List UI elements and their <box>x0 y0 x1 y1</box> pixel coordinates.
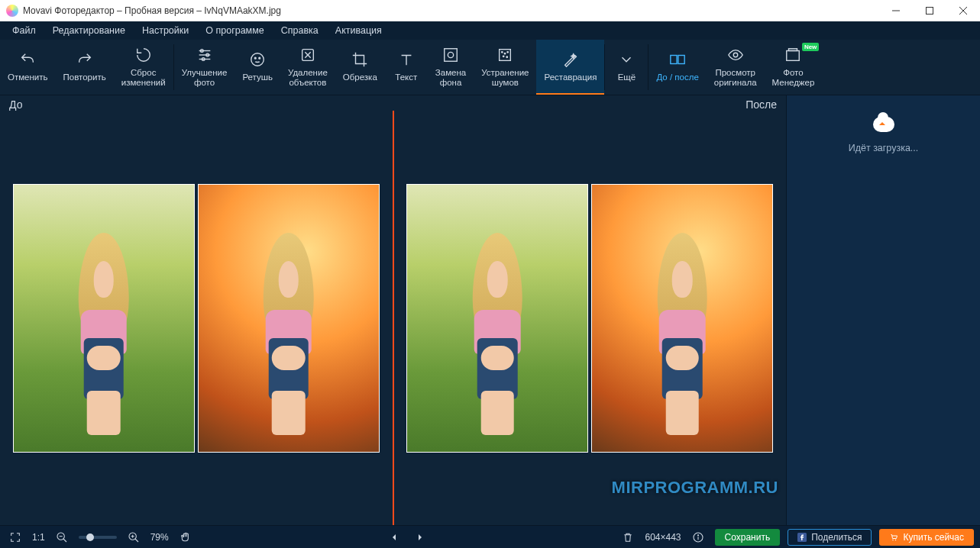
image-dimensions: 604×443 <box>645 532 681 543</box>
photo-after-right <box>591 184 773 453</box>
tool-undo[interactable]: Отменить <box>0 40 56 95</box>
svg-point-38 <box>697 534 698 535</box>
before-pane <box>0 111 393 525</box>
minimize-button[interactable] <box>879 0 913 21</box>
svg-point-20 <box>505 53 506 53</box>
svg-point-41 <box>895 539 897 540</box>
tool-label: Улучшение фото <box>182 68 228 88</box>
tool-restoration[interactable]: Реставрация <box>536 40 604 95</box>
info-button[interactable] <box>689 528 707 546</box>
side-panel: Идёт загрузка... <box>786 95 980 525</box>
sliders-icon <box>196 47 213 63</box>
label-before: До <box>9 98 22 111</box>
menu-settings[interactable]: Настройки <box>134 23 196 38</box>
tool-label: Удаление объектов <box>288 68 328 88</box>
menu-about[interactable]: О программе <box>198 23 271 38</box>
buy-button[interactable]: Купить сейчас <box>879 529 974 546</box>
tool-enhance[interactable]: Улучшение фото <box>174 40 235 95</box>
cart-icon <box>889 533 898 542</box>
tool-crop[interactable]: Обрезка <box>335 40 385 95</box>
photo-before-right <box>198 184 380 453</box>
svg-rect-25 <box>678 56 684 64</box>
new-badge: New <box>802 43 819 51</box>
svg-point-22 <box>503 56 504 56</box>
svg-point-17 <box>448 52 453 57</box>
tool-label: Фото Менеджер <box>772 68 815 88</box>
tool-remove-objects[interactable]: Удаление объектов <box>280 40 335 95</box>
statusbar: 1:1 79% 604×443 Сохранить Поделиться Куп… <box>0 525 980 548</box>
save-button[interactable]: Сохранить <box>715 529 781 546</box>
fullscreen-button[interactable] <box>6 528 24 546</box>
tool-label: Замена фона <box>435 68 466 88</box>
face-icon <box>249 51 266 68</box>
svg-line-30 <box>63 539 66 542</box>
tool-photo-manager[interactable]: New Фото Менеджер <box>765 40 823 95</box>
svg-point-10 <box>251 53 264 66</box>
tool-label: До / после <box>656 73 698 82</box>
next-image-button[interactable] <box>411 528 429 546</box>
tool-label: Текст <box>395 73 417 82</box>
svg-point-40 <box>893 539 894 540</box>
text-icon <box>398 51 415 68</box>
canvas-area: До После MIRPROGRAMM.RU <box>0 95 786 525</box>
share-button[interactable]: Поделиться <box>788 529 872 546</box>
svg-point-11 <box>255 58 257 60</box>
photo-before-left <box>13 184 195 453</box>
svg-point-21 <box>507 51 508 52</box>
delete-button[interactable] <box>619 528 637 546</box>
tool-background[interactable]: Замена фона <box>428 40 474 95</box>
svg-point-23 <box>506 56 507 57</box>
tool-before-after[interactable]: До / после <box>648 40 706 95</box>
after-pane <box>394 111 787 525</box>
workspace: До После MIRPROGRAMM.RU Идёт загрузка... <box>0 95 980 525</box>
close-button[interactable] <box>946 0 980 21</box>
noise-icon <box>496 47 513 63</box>
maximize-button[interactable] <box>913 0 946 21</box>
tool-more[interactable]: Ещё <box>605 40 648 95</box>
toolbar: Отменить Повторить Сброс изменений Улучш… <box>0 40 980 95</box>
window-title: Movavi Фоторедактор – Пробная версия – I… <box>23 5 281 16</box>
tool-text[interactable]: Текст <box>385 40 428 95</box>
svg-point-26 <box>733 53 738 57</box>
scale-label[interactable]: 1:1 <box>32 532 45 543</box>
facebook-icon <box>797 533 807 542</box>
menubar: Файл Редактирование Настройки О программ… <box>0 21 980 40</box>
reset-icon <box>135 47 152 63</box>
label-after: После <box>746 98 777 111</box>
svg-rect-28 <box>789 49 797 51</box>
chevron-down-icon <box>618 51 635 68</box>
menu-edit[interactable]: Редактирование <box>45 23 133 38</box>
eraser-icon <box>299 47 316 63</box>
svg-rect-16 <box>445 49 458 62</box>
tool-label: Сброс изменений <box>121 68 166 88</box>
tool-redo[interactable]: Повторить <box>56 40 114 95</box>
photo-after-left <box>406 184 588 453</box>
undo-icon <box>19 51 36 68</box>
background-icon <box>442 47 459 63</box>
tool-view-original[interactable]: Просмотр оригинала <box>707 40 765 95</box>
menu-help[interactable]: Справка <box>273 23 326 38</box>
image-viewer[interactable] <box>0 111 786 525</box>
wand-icon <box>562 51 579 68</box>
tool-retouch[interactable]: Ретушь <box>234 40 280 95</box>
svg-point-19 <box>502 51 503 52</box>
tool-noise[interactable]: Устранение шумов <box>474 40 536 95</box>
compare-icon <box>669 51 686 68</box>
svg-rect-1 <box>927 8 933 15</box>
tool-label: Обрезка <box>343 73 377 82</box>
menu-activate[interactable]: Активация <box>328 23 390 38</box>
zoom-slider[interactable] <box>79 536 117 539</box>
zoom-out-button[interactable] <box>53 528 71 546</box>
tool-reset[interactable]: Сброс изменений <box>114 40 173 95</box>
menu-file[interactable]: Файл <box>5 23 44 38</box>
cloud-upload-icon <box>873 117 894 132</box>
crop-icon <box>351 51 368 68</box>
eye-icon <box>727 47 744 63</box>
zoom-in-button[interactable] <box>125 528 143 546</box>
prev-image-button[interactable] <box>385 528 403 546</box>
hand-tool-button[interactable] <box>176 528 195 546</box>
tool-label: Отменить <box>8 73 48 82</box>
svg-point-12 <box>259 58 260 60</box>
loading-text: Идёт загрузка... <box>849 143 919 153</box>
svg-rect-27 <box>787 50 800 60</box>
